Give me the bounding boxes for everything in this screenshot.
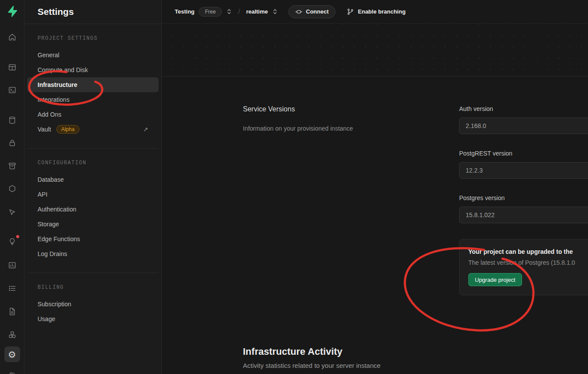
git-branch-icon bbox=[347, 8, 354, 15]
upgrade-notice-panel: Your project can be upgraded to the The … bbox=[459, 239, 588, 295]
infrastructure-activity-block: Infrastructure Activity Activity statist… bbox=[243, 346, 380, 369]
activity-title: Infrastructure Activity bbox=[243, 346, 380, 357]
postgres-version-input[interactable] bbox=[459, 207, 588, 223]
archive-icon bbox=[8, 162, 17, 170]
sidebar-item-edge-functions[interactable]: Edge Functions bbox=[27, 232, 159, 246]
postgrest-version-field: PostgREST version bbox=[459, 150, 588, 179]
enable-branching-button[interactable]: Enable branching bbox=[347, 8, 405, 15]
upgrade-project-button[interactable]: Upgrade project bbox=[468, 273, 522, 286]
section-configuration: CONFIGURATION Database API Authenticatio… bbox=[27, 160, 159, 261]
upgrade-notice-title: Your project can be upgraded to the bbox=[468, 248, 588, 255]
sidebar-item-database[interactable]: Database bbox=[27, 172, 159, 187]
upgrade-notice-description: The latest version of Postgres (15.8.1.0 bbox=[468, 259, 588, 266]
project-name[interactable]: Testing bbox=[175, 8, 194, 15]
sidebar-item-integrations[interactable]: Integrations bbox=[27, 92, 159, 107]
nav-rail: ⚙ bbox=[0, 0, 24, 374]
plug-icon bbox=[295, 9, 302, 14]
sidebar-item-general[interactable]: General bbox=[27, 48, 159, 62]
rail-item-logs[interactable] bbox=[7, 283, 18, 294]
database-icon bbox=[8, 116, 17, 125]
rail-item-settings[interactable]: ⚙ bbox=[4, 346, 20, 362]
service-versions-form: Auth version PostgREST version Postgres … bbox=[459, 105, 588, 295]
blocks-icon bbox=[8, 330, 17, 339]
sidebar-item-api[interactable]: API bbox=[27, 187, 159, 202]
cursor-icon bbox=[8, 208, 17, 217]
auth-version-input[interactable] bbox=[459, 118, 588, 134]
dotted-banner bbox=[162, 24, 588, 76]
sidebar-header: Settings bbox=[24, 0, 161, 24]
terminal-icon bbox=[8, 86, 17, 94]
branch-name[interactable]: realtime bbox=[246, 8, 268, 15]
rail-item-edge-functions[interactable] bbox=[7, 183, 18, 194]
rail-item-home[interactable] bbox=[7, 31, 18, 43]
postgrest-version-input[interactable] bbox=[459, 162, 588, 179]
connect-label: Connect bbox=[306, 8, 329, 15]
hexagon-icon bbox=[8, 184, 17, 193]
settings-nav: PROJECT SETTINGS General Compute and Dis… bbox=[24, 35, 161, 326]
project-selector-chevrons-icon[interactable] bbox=[226, 8, 232, 15]
auth-version-label: Auth version bbox=[459, 105, 588, 112]
divider bbox=[27, 148, 159, 149]
section-title: Service Versions bbox=[243, 105, 391, 113]
topbar: Testing Free / realtime Connect Enable b… bbox=[162, 0, 588, 24]
section-header: CONFIGURATION bbox=[27, 160, 159, 166]
connect-button[interactable]: Connect bbox=[288, 5, 336, 18]
plan-badge[interactable]: Free bbox=[199, 7, 222, 17]
lightbulb-icon bbox=[8, 237, 17, 246]
alpha-badge: Alpha bbox=[56, 125, 80, 134]
settings-sidebar: Settings PROJECT SETTINGS General Comput… bbox=[24, 0, 162, 374]
section-header: PROJECT SETTINGS bbox=[27, 35, 159, 42]
list-icon bbox=[8, 284, 17, 293]
sidebar-item-log-drains[interactable]: Log Drains bbox=[27, 246, 159, 261]
notification-dot bbox=[16, 235, 19, 238]
sidebar-item-subscription[interactable]: Subscription bbox=[27, 297, 159, 312]
sidebar-item-storage[interactable]: Storage bbox=[27, 217, 159, 232]
section-billing: BILLING Subscription Usage bbox=[27, 284, 159, 326]
lock-icon bbox=[8, 139, 17, 147]
rail-item-storage[interactable] bbox=[7, 160, 18, 172]
sidebar-item-authentication[interactable]: Authentication bbox=[27, 202, 159, 217]
activity-subtitle: Activity statistics related to your serv… bbox=[243, 362, 380, 369]
sidebar-item-compute-and-disk[interactable]: Compute and Disk bbox=[27, 62, 159, 77]
bar-chart-icon bbox=[8, 261, 17, 270]
gear-icon: ⚙ bbox=[8, 350, 16, 359]
infrastructure-content: Service Versions Information on your pro… bbox=[162, 76, 588, 374]
section-subtitle: Information on your provisioned instance bbox=[243, 125, 391, 132]
sidebar-item-usage[interactable]: Usage bbox=[27, 312, 159, 326]
breadcrumb-separator: / bbox=[238, 8, 240, 16]
home-icon bbox=[8, 33, 17, 42]
section-project-settings: PROJECT SETTINGS General Compute and Dis… bbox=[27, 35, 159, 137]
auth-version-field: Auth version bbox=[459, 105, 588, 134]
supabase-logo[interactable] bbox=[6, 5, 18, 17]
divider bbox=[27, 273, 159, 273]
file-text-icon bbox=[8, 307, 17, 316]
external-link-icon: ↗ bbox=[143, 126, 148, 133]
section-header: BILLING bbox=[27, 284, 159, 291]
postgres-version-label: Postgres version bbox=[459, 194, 588, 201]
users-icon bbox=[8, 371, 17, 374]
rail-item-api-docs[interactable] bbox=[7, 306, 18, 317]
service-versions-description-block: Service Versions Information on your pro… bbox=[243, 105, 391, 132]
page-title: Settings bbox=[38, 7, 74, 17]
sidebar-item-add-ons[interactable]: Add Ons bbox=[27, 107, 159, 122]
rail-item-sql-editor[interactable] bbox=[7, 84, 18, 96]
rail-item-table-editor[interactable] bbox=[7, 62, 18, 73]
vault-label: Vault bbox=[38, 126, 51, 133]
rail-item-reports[interactable] bbox=[7, 260, 18, 271]
sidebar-item-vault[interactable]: Vault Alpha ↗ bbox=[27, 122, 159, 137]
enable-branching-label: Enable branching bbox=[358, 8, 405, 15]
postgrest-version-label: PostgREST version bbox=[459, 150, 588, 157]
rail-item-realtime[interactable] bbox=[7, 207, 18, 218]
table-icon bbox=[8, 63, 17, 72]
branch-selector-chevrons-icon[interactable] bbox=[272, 8, 278, 15]
rail-item-partial[interactable] bbox=[7, 370, 18, 374]
postgres-version-field: Postgres version bbox=[459, 194, 588, 223]
rail-item-authentication[interactable] bbox=[7, 137, 18, 149]
main-area: Testing Free / realtime Connect Enable b… bbox=[162, 0, 588, 374]
rail-item-database[interactable] bbox=[7, 114, 18, 126]
rail-item-integrations[interactable] bbox=[7, 329, 18, 340]
sidebar-item-infrastructure[interactable]: Infrastructure bbox=[27, 77, 159, 92]
rail-item-advisors[interactable] bbox=[7, 236, 18, 247]
